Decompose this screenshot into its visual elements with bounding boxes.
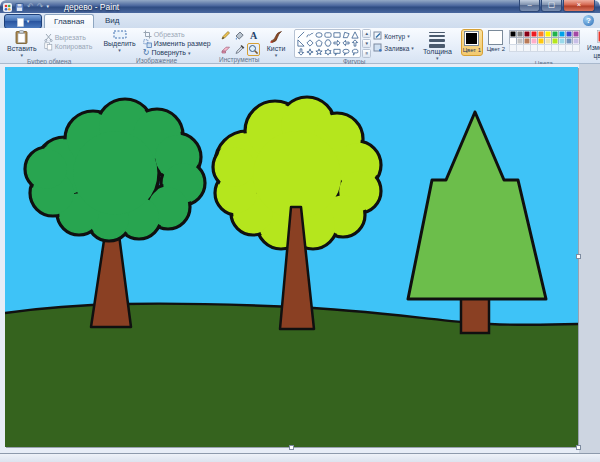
ribbon: Вставить ▾ Вырезать Копировать Буфер обм… — [0, 28, 600, 64]
shape-diamond[interactable] — [305, 39, 314, 47]
shape-fill-button[interactable]: Заливка ▾ — [373, 43, 414, 53]
fill-tool[interactable] — [233, 29, 246, 42]
status-bar — [0, 453, 600, 462]
group-clipboard: Вставить ▾ Вырезать Копировать Буфер обм… — [2, 29, 96, 63]
shape-callout-cloud[interactable] — [350, 48, 359, 56]
fill-caret-icon: ▾ — [411, 46, 414, 50]
ribbon-tab-row: ▾ Главная Вид ? — [0, 13, 600, 28]
help-icon[interactable]: ? — [583, 15, 594, 26]
copy-icon — [44, 42, 53, 52]
shape-arrow-down[interactable] — [296, 48, 305, 56]
shape-arrow-left[interactable] — [341, 39, 350, 47]
shape-arrow-right[interactable] — [332, 39, 341, 47]
qat-dropdown-icon[interactable]: ▾ — [46, 4, 49, 9]
paste-clipboard-icon — [15, 30, 28, 45]
color1-swatch — [464, 31, 479, 46]
text-tool[interactable]: A — [247, 29, 260, 42]
select-rectangle-icon — [113, 30, 127, 40]
palette-swatch-empty[interactable] — [572, 44, 580, 52]
tab-home[interactable]: Главная — [44, 14, 94, 29]
paste-button[interactable]: Вставить ▾ — [4, 29, 40, 58]
group-brushes: Кисти ▾ — [262, 29, 291, 63]
paint-window: ↶ ↷ ▾ дерево - Paint – ▢ × ▾ Главная Вид… — [0, 0, 600, 462]
shape-polygon[interactable] — [341, 31, 350, 39]
brushes-caret-icon: ▾ — [275, 53, 278, 57]
shape-rounded-rect[interactable] — [323, 31, 332, 39]
rotate-button[interactable]: ↻ Повернуть ▾ — [141, 48, 213, 57]
shape-callout-oval[interactable] — [341, 48, 350, 56]
select-button[interactable]: Выделить ▾ — [100, 29, 138, 53]
shapes-more-icon[interactable]: ≡ — [362, 49, 371, 58]
shape-callout-rect[interactable] — [332, 48, 341, 56]
color2-swatch — [488, 30, 503, 45]
group-label-tools: Инструменты — [219, 56, 260, 64]
canvas-resize-handle-corner[interactable] — [576, 445, 581, 450]
redo-icon[interactable]: ↷ — [37, 2, 44, 11]
shape-rect[interactable] — [332, 31, 341, 39]
shape-star-6[interactable] — [323, 48, 332, 56]
select-caret-icon: ▾ — [118, 48, 121, 52]
shape-star-5[interactable] — [314, 48, 323, 56]
close-button[interactable]: × — [563, 0, 595, 12]
tab-view[interactable]: Вид — [96, 14, 128, 28]
group-size: Толщина ▾ — [418, 29, 457, 63]
copy-button[interactable]: Копировать — [42, 42, 95, 51]
shape-outline-button[interactable]: Контур ▾ — [373, 31, 414, 41]
shape-star-4[interactable] — [305, 48, 314, 56]
size-button[interactable]: Толщина ▾ — [420, 29, 455, 61]
brush-icon — [269, 30, 283, 45]
paint-menu-button[interactable]: ▾ — [4, 14, 42, 29]
outline-icon — [373, 31, 382, 41]
drawing-canvas[interactable] — [5, 67, 578, 447]
title-bar: ↶ ↷ ▾ дерево - Paint – ▢ × — [0, 0, 600, 13]
shape-pentagon[interactable] — [314, 39, 323, 47]
undo-icon[interactable]: ↶ — [27, 2, 34, 11]
maximize-button[interactable]: ▢ — [541, 0, 562, 12]
left-tree-crown — [27, 149, 67, 189]
shape-triangle[interactable] — [350, 31, 359, 39]
shapes-scroll-down-icon[interactable]: ▼ — [362, 39, 371, 48]
fill-icon — [373, 43, 382, 53]
edit-colors-button[interactable]: Изменение цветов — [581, 29, 600, 60]
pencil-tool[interactable] — [219, 29, 232, 42]
picker-tool[interactable] — [233, 43, 246, 56]
middle-tree-crown — [253, 131, 341, 219]
resize-button[interactable]: Изменить размер — [141, 39, 213, 48]
shape-ellipse[interactable] — [314, 31, 323, 39]
window-title: дерево - Paint — [64, 2, 119, 12]
middle-tree-crown — [215, 147, 255, 187]
group-image: Выделить ▾ Обрезать Изменить размер ↻ По… — [98, 29, 214, 63]
canvas-resize-handle-right[interactable] — [576, 254, 581, 259]
shape-right-triangle[interactable] — [296, 39, 305, 47]
magnifier-tool[interactable] — [247, 43, 260, 56]
shape-arrow-up[interactable] — [350, 39, 359, 47]
brushes-button[interactable]: Кисти ▾ — [264, 29, 289, 58]
paste-caret-icon: ▾ — [21, 53, 24, 57]
left-tree-crown — [73, 131, 157, 215]
shape-hexagon[interactable] — [323, 39, 332, 47]
group-shapes: ▲ ▼ ≡ Контур ▾ Заливка ▾ — [292, 29, 416, 63]
shapes-scrollbar[interactable]: ▲ ▼ ≡ — [362, 29, 371, 58]
shape-line[interactable] — [296, 31, 305, 39]
quick-access-toolbar: ↶ ↷ ▾ — [3, 1, 49, 12]
paint-menu-caret-icon: ▾ — [27, 19, 30, 24]
minimize-button[interactable]: – — [519, 0, 540, 12]
group-tools: A Инструменты — [217, 29, 262, 63]
rotate-icon: ↻ — [143, 49, 150, 57]
eraser-tool[interactable] — [219, 43, 232, 56]
color2-button[interactable]: Цвет 2 — [485, 29, 507, 54]
color1-button[interactable]: Цвет 1 — [461, 29, 483, 56]
line-thickness-icon — [429, 30, 445, 48]
shapes-scroll-up-icon[interactable]: ▲ — [362, 29, 371, 38]
rotate-caret-icon: ▾ — [188, 51, 191, 55]
size-caret-icon: ▾ — [436, 56, 439, 60]
canvas-resize-handle-bottom[interactable] — [289, 445, 294, 450]
shape-curve[interactable] — [305, 31, 314, 39]
svg-text:A: A — [250, 30, 258, 41]
group-colors: Цвет 1 Цвет 2 Изменение цветов Цвета — [459, 29, 600, 63]
outline-caret-icon: ▾ — [407, 34, 410, 38]
workspace-right-margin — [579, 64, 600, 454]
